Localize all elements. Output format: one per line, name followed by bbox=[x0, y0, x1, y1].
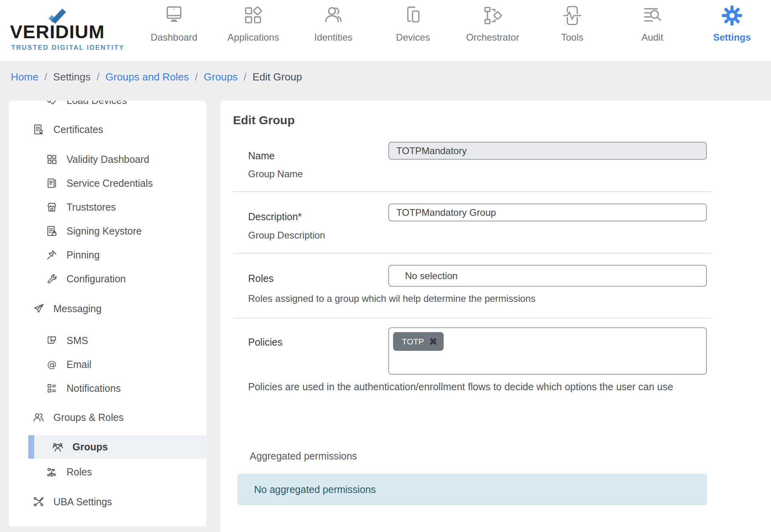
messaging-icon bbox=[33, 303, 45, 315]
groups-icon bbox=[52, 441, 64, 453]
name-label: Name bbox=[248, 150, 275, 162]
load-devices-icon bbox=[46, 101, 58, 106]
divider bbox=[233, 318, 712, 319]
name-helper: Group Name bbox=[248, 168, 303, 180]
svg-text:@: @ bbox=[47, 359, 57, 370]
notifications-icon bbox=[46, 382, 58, 394]
sidebar-item-certificates[interactable]: Certificates bbox=[9, 119, 206, 139]
sidebar-item-sms[interactable]: SMS bbox=[9, 331, 206, 350]
uba-settings-icon bbox=[33, 496, 45, 508]
nav-label: Settings bbox=[692, 32, 771, 43]
sidebar-item-roles[interactable]: Roles bbox=[9, 462, 206, 482]
sms-icon bbox=[46, 334, 58, 346]
pinning-icon bbox=[46, 249, 58, 261]
breadcrumb-groups[interactable]: Groups bbox=[204, 71, 238, 83]
logo-tagline: TRUSTED DIGITAL IDENTITY bbox=[11, 44, 124, 51]
divider bbox=[233, 191, 712, 192]
service-credentials-icon bbox=[46, 177, 58, 189]
nav-item-orchestrator[interactable]: Orchestrator bbox=[453, 5, 532, 43]
certificates-icon bbox=[33, 123, 45, 135]
sidebar-item-email[interactable]: @ Email bbox=[9, 354, 206, 374]
description-helper: Group Description bbox=[248, 230, 325, 241]
email-icon: @ bbox=[46, 358, 58, 370]
policies-select[interactable]: TOTP ✖ bbox=[388, 327, 707, 375]
audit-icon bbox=[642, 5, 663, 26]
breadcrumb-separator: / bbox=[244, 71, 247, 83]
breadcrumb-groups-and-roles[interactable]: Groups and Roles bbox=[106, 71, 189, 83]
settings-sidebar: Load Devices Certificates Validity Dashb… bbox=[9, 101, 206, 526]
aggregated-permissions-label: Aggregated permissions bbox=[250, 450, 357, 462]
description-input[interactable] bbox=[388, 203, 707, 221]
truststores-icon bbox=[46, 201, 58, 213]
aggregated-permissions-alert: No aggregated permissions bbox=[238, 474, 707, 505]
sidebar-item-label: Truststores bbox=[67, 201, 116, 213]
sidebar-item-label: Certificates bbox=[53, 124, 103, 135]
logo-wordmark: VERIDIUM bbox=[10, 21, 105, 43]
divider bbox=[233, 253, 712, 254]
sidebar-item-groups[interactable]: Groups bbox=[28, 435, 206, 459]
breadcrumb-separator: / bbox=[97, 71, 100, 83]
orchestrator-icon bbox=[482, 5, 503, 26]
policy-chip: TOTP ✖ bbox=[393, 332, 444, 351]
settings-icon bbox=[721, 5, 743, 26]
breadcrumb-current: Edit Group bbox=[252, 71, 302, 83]
sidebar-item-pinning[interactable]: Pinning bbox=[9, 245, 206, 265]
nav-label: Audit bbox=[612, 32, 692, 43]
signing-keystore-icon bbox=[46, 225, 58, 237]
nav-item-tools[interactable]: Tools bbox=[532, 5, 612, 43]
sidebar-item-label: Groups & Roles bbox=[53, 412, 123, 423]
breadcrumb-separator: / bbox=[44, 71, 47, 83]
tools-icon bbox=[562, 5, 583, 26]
nav-item-dashboard[interactable]: Dashboard bbox=[134, 5, 214, 43]
roles-select-value: No selection bbox=[405, 270, 458, 282]
groups-roles-icon bbox=[33, 411, 45, 423]
sidebar-item-label: Service Credentials bbox=[67, 178, 153, 189]
sidebar-item-service-credentials[interactable]: Service Credentials bbox=[9, 173, 206, 193]
sidebar-item-label: Validity Dashboard bbox=[67, 154, 149, 165]
sidebar-item-truststores[interactable]: Truststores bbox=[9, 197, 206, 217]
sidebar-item-groups-and-roles[interactable]: Groups & Roles bbox=[9, 407, 206, 427]
breadcrumb-home[interactable]: Home bbox=[11, 71, 38, 83]
devices-icon bbox=[402, 5, 424, 26]
nav-label: Applications bbox=[213, 32, 293, 43]
breadcrumb: Home / Settings / Groups and Roles / Gro… bbox=[11, 71, 302, 83]
sidebar-item-notifications[interactable]: Notifications bbox=[9, 378, 206, 398]
policies-helper: Policies are used in the authentication/… bbox=[248, 377, 710, 396]
nav-item-settings[interactable]: Settings bbox=[692, 5, 771, 43]
sidebar-item-load-devices[interactable]: Load Devices bbox=[9, 101, 206, 110]
sidebar-item-label: SMS bbox=[67, 335, 88, 346]
sidebar-item-label: UBA Settings bbox=[53, 496, 112, 508]
validity-dashboard-icon bbox=[46, 153, 58, 165]
sidebar-item-uba-settings[interactable]: UBA Settings bbox=[9, 492, 206, 512]
sidebar-item-label: Roles bbox=[67, 466, 92, 478]
nav-label: Dashboard bbox=[134, 32, 214, 43]
sidebar-item-label: Notifications bbox=[67, 383, 121, 394]
veridium-logo[interactable]: VERIDIUM TRUSTED DIGITAL IDENTITY bbox=[10, 8, 129, 54]
nav-item-audit[interactable]: Audit bbox=[612, 5, 692, 43]
sidebar-item-validity-dashboard[interactable]: Validity Dashboard bbox=[9, 149, 206, 169]
roles-icon bbox=[46, 466, 58, 478]
nav-label: Orchestrator bbox=[453, 32, 532, 43]
dashboard-icon bbox=[163, 5, 185, 26]
edit-group-panel: Edit Group Name Group Name Description* … bbox=[220, 101, 771, 532]
sidebar-item-label: Signing Keystore bbox=[67, 225, 142, 237]
app-header: VERIDIUM TRUSTED DIGITAL IDENTITY Dashbo… bbox=[0, 0, 771, 61]
sidebar-item-signing-keystore[interactable]: Signing Keystore bbox=[9, 221, 206, 241]
nav-label: Devices bbox=[373, 32, 453, 43]
breadcrumb-separator: / bbox=[195, 71, 198, 83]
page-title: Edit Group bbox=[233, 113, 295, 127]
nav-label: Identities bbox=[294, 32, 373, 43]
sidebar-item-messaging[interactable]: Messaging bbox=[9, 299, 206, 319]
roles-label: Roles bbox=[248, 273, 274, 284]
nav-item-applications[interactable]: Applications bbox=[213, 5, 293, 43]
name-input[interactable] bbox=[388, 142, 707, 160]
sidebar-item-label: Load Devices bbox=[67, 101, 127, 106]
sidebar-item-configuration[interactable]: Configuration bbox=[9, 269, 206, 289]
nav-item-devices[interactable]: Devices bbox=[373, 5, 453, 43]
description-label: Description* bbox=[248, 211, 302, 223]
remove-policy-icon[interactable]: ✖ bbox=[429, 336, 438, 347]
policies-label: Policies bbox=[248, 336, 282, 348]
sidebar-item-label: Pinning bbox=[67, 249, 100, 261]
roles-select[interactable]: No selection bbox=[388, 265, 707, 287]
nav-item-identities[interactable]: Identities bbox=[294, 5, 373, 43]
